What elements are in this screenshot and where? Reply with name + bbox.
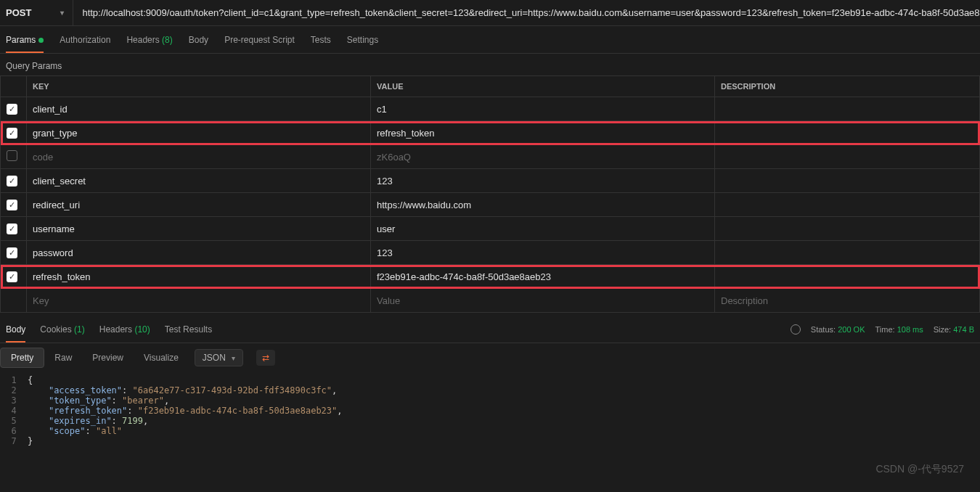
response-tabs: Body Cookies (1) Headers (10) Test Resul… [6, 324, 212, 335]
param-key[interactable]: refresh_token [27, 265, 371, 289]
param-value[interactable]: user [371, 217, 715, 241]
response-meta: Status: 200 OK Time: 108 ms Size: 474 B [791, 324, 974, 335]
table-row[interactable]: ✓grant_typerefresh_token [1, 121, 980, 145]
params-table: KEY VALUE DESCRIPTION ✓client_idc1✓grant… [0, 75, 980, 313]
chevron-down-icon: ▾ [232, 354, 235, 362]
checkbox[interactable]: ✓ [7, 104, 17, 115]
response-body[interactable]: 1{2 "access_token": "6a642e77-c317-493d-… [0, 372, 980, 449]
table-row[interactable]: codezK6oaQ [1, 145, 980, 169]
param-key[interactable]: password [27, 241, 371, 265]
param-desc[interactable] [715, 241, 980, 265]
checkbox[interactable]: ✓ [7, 247, 17, 258]
param-value[interactable]: 123 [371, 169, 715, 193]
table-row[interactable]: ✓usernameuser [1, 217, 980, 241]
table-row[interactable]: ✓redirect_urihttps://www.baidu.com [1, 193, 980, 217]
status-group: Status: 200 OK [811, 325, 865, 334]
fmt-pretty[interactable]: Pretty [0, 348, 44, 368]
table-row[interactable]: ✓client_idc1 [1, 97, 980, 121]
method-selector[interactable]: POST ▾ [0, 0, 73, 25]
checkbox[interactable]: ✓ [7, 224, 17, 234]
tab-authorization[interactable]: Authorization [60, 35, 110, 45]
checkbox[interactable]: ✓ [7, 271, 17, 282]
dot-indicator-icon [38, 38, 44, 43]
param-key[interactable]: username [27, 217, 371, 241]
table-row[interactable]: ✓password123 [1, 241, 980, 265]
tab-params[interactable]: Params [6, 35, 44, 45]
param-value[interactable]: c1 [371, 97, 715, 121]
checkbox[interactable]: ✓ [7, 200, 17, 210]
param-key[interactable]: redirect_uri [27, 193, 371, 217]
fmt-raw[interactable]: Raw [44, 348, 82, 367]
tab-body[interactable]: Body [189, 35, 208, 45]
response-bar: Body Cookies (1) Headers (10) Test Resul… [0, 316, 980, 343]
section-title: Query Params [0, 54, 980, 75]
request-tabs: Params Authorization Headers (8) Body Pr… [0, 26, 980, 54]
param-key-placeholder[interactable]: Key [27, 289, 371, 313]
param-desc[interactable] [715, 97, 980, 121]
request-bar: POST ▾ http://localhost:9009/oauth/token… [0, 0, 980, 26]
wrap-lines-icon[interactable]: ⇄ [256, 350, 275, 366]
param-value[interactable]: 123 [371, 241, 715, 265]
checkbox[interactable] [7, 150, 17, 161]
table-row[interactable]: ✓refresh_tokenf23eb91e-adbc-474c-ba8f-50… [1, 265, 980, 289]
param-key[interactable]: client_secret [27, 169, 371, 193]
format-bar: Pretty Raw Preview Visualize JSON▾ ⇄ [0, 343, 980, 372]
param-value[interactable]: https://www.baidu.com [371, 193, 715, 217]
table-row[interactable]: ✓client_secret123 [1, 169, 980, 193]
param-desc[interactable] [715, 145, 980, 169]
tab-tests[interactable]: Tests [311, 35, 331, 45]
param-desc[interactable] [715, 121, 980, 145]
resp-tab-body[interactable]: Body [6, 324, 25, 335]
resp-tab-tests[interactable]: Test Results [165, 324, 212, 335]
param-desc[interactable] [715, 217, 980, 241]
param-key[interactable]: grant_type [27, 121, 371, 145]
size-group: Size: 474 B [934, 325, 974, 334]
checkbox[interactable]: ✓ [7, 128, 17, 139]
fmt-visualize[interactable]: Visualize [134, 348, 189, 367]
param-value[interactable]: refresh_token [371, 121, 715, 145]
tab-settings[interactable]: Settings [347, 35, 378, 45]
col-key: KEY [27, 76, 371, 97]
col-desc: DESCRIPTION [715, 76, 980, 97]
param-value[interactable]: f23eb91e-adbc-474c-ba8f-50d3ae8aeb23 [371, 265, 715, 289]
param-desc[interactable] [715, 169, 980, 193]
param-key[interactable]: code [27, 145, 371, 169]
fmt-preview[interactable]: Preview [82, 348, 134, 367]
language-selector[interactable]: JSON▾ [195, 349, 243, 366]
chevron-down-icon: ▾ [60, 9, 64, 17]
resp-tab-headers[interactable]: Headers (10) [99, 324, 150, 335]
time-group: Time: 108 ms [875, 325, 923, 334]
method-label: POST [6, 7, 31, 18]
url-input[interactable]: http://localhost:9009/oauth/token?client… [73, 7, 980, 18]
network-icon[interactable] [791, 324, 801, 335]
col-value: VALUE [371, 76, 715, 97]
param-value[interactable]: zK6oaQ [371, 145, 715, 169]
param-value-placeholder[interactable]: Value [371, 289, 715, 313]
tab-prerequest[interactable]: Pre-request Script [224, 35, 295, 45]
param-desc[interactable] [715, 265, 980, 289]
param-desc[interactable] [715, 193, 980, 217]
resp-tab-cookies[interactable]: Cookies (1) [40, 324, 84, 335]
checkbox[interactable]: ✓ [7, 176, 17, 186]
table-row-new[interactable]: KeyValueDescription [1, 289, 980, 313]
param-key[interactable]: client_id [27, 97, 371, 121]
param-desc-placeholder[interactable]: Description [715, 289, 980, 313]
watermark: CSDN @-代号9527 [875, 463, 964, 476]
tab-headers[interactable]: Headers (8) [126, 35, 172, 45]
